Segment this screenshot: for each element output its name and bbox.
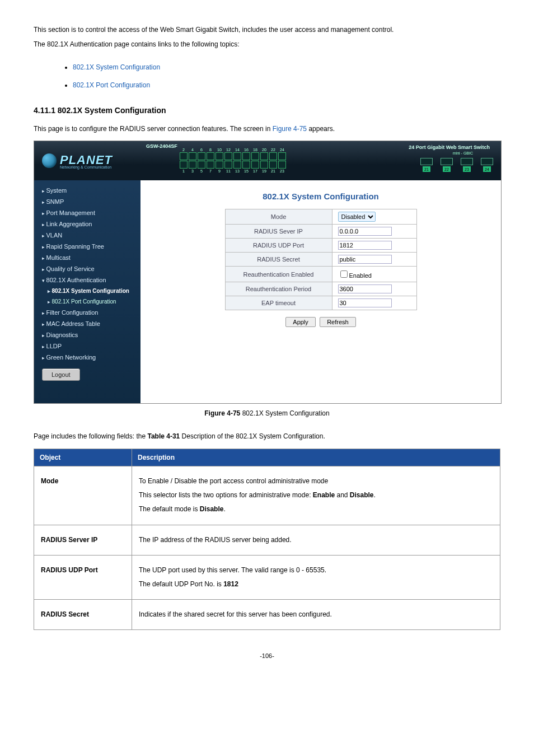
port-column: 1413 xyxy=(233,148,241,173)
port-num-bot: 5 xyxy=(200,169,203,173)
config-input[interactable] xyxy=(338,284,392,293)
desc-object-cell: Mode xyxy=(34,466,132,525)
sidebar-item[interactable]: Filter Configuration xyxy=(34,307,140,318)
table-intro-pre: Page includes the following fields: the xyxy=(34,432,147,440)
sidebar-item[interactable]: System xyxy=(34,185,140,196)
sidebar-subitem[interactable]: 802.1X Port Configuration xyxy=(34,296,140,307)
sidebar-item[interactable]: Rapid Spanning Tree xyxy=(34,241,140,252)
intro-line2: The 802.1X Authentication page contains … xyxy=(34,40,240,48)
port-num-bot: 17 xyxy=(253,169,257,173)
gbic-slot: 23 xyxy=(461,158,473,172)
config-row-value xyxy=(332,282,416,296)
config-row-value: Disabled xyxy=(332,209,416,225)
sidebar-subitem[interactable]: 802.1X System Configuration xyxy=(34,286,140,296)
apply-button[interactable]: Apply xyxy=(285,317,316,327)
port-column: 1211 xyxy=(224,148,232,173)
gbic-num: 23 xyxy=(463,166,471,172)
sidebar-item[interactable]: Green Networking xyxy=(34,352,140,363)
port-column: 21 xyxy=(180,148,188,173)
section-paragraph: This page is to configure the RADIUS ser… xyxy=(34,123,500,136)
device-title: 24 Port Gigabit Web Smart Switch xyxy=(409,144,490,150)
topic-bullets: 802.1X System Configuration802.1X Port C… xyxy=(50,63,500,89)
port-jack-icon xyxy=(278,161,286,169)
port-num-bot: 3 xyxy=(191,169,194,173)
port-jack-icon xyxy=(251,161,259,169)
sidebar-item[interactable]: MAC Address Table xyxy=(34,318,140,329)
globe-icon xyxy=(42,153,57,168)
port-column: 43 xyxy=(189,148,196,173)
port-jack-icon xyxy=(224,152,232,160)
gbic-panel: 21222324 xyxy=(420,158,493,172)
desc-object-cell: RADIUS Server IP xyxy=(34,525,132,555)
desc-object-cell: RADIUS UDP Port xyxy=(34,555,132,599)
port-num-top: 8 xyxy=(209,148,212,152)
desc-head-object: Object xyxy=(34,449,132,466)
port-jack-icon xyxy=(189,161,196,169)
port-column: 2221 xyxy=(269,148,277,173)
config-input[interactable] xyxy=(338,298,392,307)
intro-block: This section is to control the access of… xyxy=(34,22,500,52)
port-num-bot: 21 xyxy=(271,169,275,173)
port-column: 2019 xyxy=(260,148,268,173)
screenshot-body: SystemSNMPPort ManagementLink Aggregatio… xyxy=(34,180,501,403)
config-row-value xyxy=(332,239,416,253)
sidebar-item[interactable]: Multicast xyxy=(34,252,140,263)
port-column: 1817 xyxy=(251,148,259,173)
config-input[interactable] xyxy=(338,227,392,236)
config-screenshot: PLANET Networking & Communication GSW-24… xyxy=(34,141,502,404)
config-row-value: Enabled xyxy=(332,267,416,282)
port-column: 65 xyxy=(198,148,205,173)
main-content: 802.1X System Configuration ModeDisabled… xyxy=(140,180,501,403)
port-num-top: 22 xyxy=(271,148,275,152)
port-num-top: 24 xyxy=(280,148,284,152)
port-jack-icon xyxy=(207,152,214,160)
desc-description-cell: The UDP port used by this server. The va… xyxy=(132,555,500,599)
table-intro: Page includes the following fields: the … xyxy=(34,431,500,443)
port-jack-icon xyxy=(198,161,205,169)
figure-link[interactable]: Figure 4-75 xyxy=(273,125,307,133)
desc-head-description: Description xyxy=(132,449,500,466)
sidebar-item[interactable]: LLDP xyxy=(34,340,140,352)
port-num-top: 4 xyxy=(191,148,194,152)
port-num-top: 16 xyxy=(244,148,249,152)
topic-link[interactable]: 802.1X Port Configuration xyxy=(73,81,150,89)
refresh-button[interactable]: Refresh xyxy=(320,317,356,327)
port-num-top: 10 xyxy=(217,148,222,152)
sidebar-item[interactable]: Diagnostics xyxy=(34,329,140,340)
port-num-top: 2 xyxy=(182,148,185,152)
para-pre: This page is to configure the RADIUS ser… xyxy=(34,125,273,133)
port-num-bot: 13 xyxy=(235,169,240,173)
port-jack-icon xyxy=(242,152,250,160)
gbic-slot-icon xyxy=(481,158,493,165)
port-jack-icon xyxy=(233,152,241,160)
topic-bullet: 802.1X System Configuration xyxy=(73,63,500,71)
config-row-label: EAP timeout xyxy=(225,296,332,310)
port-num-top: 6 xyxy=(200,148,203,152)
config-input[interactable] xyxy=(338,255,392,264)
sidebar-item[interactable]: 802.1X Authentication xyxy=(34,274,140,286)
port-jack-icon xyxy=(260,152,268,160)
sidebar-item[interactable]: Link Aggregation xyxy=(34,218,140,230)
page-root: This section is to control the access of… xyxy=(0,0,534,670)
sidebar-item[interactable]: Port Management xyxy=(34,207,140,218)
config-input[interactable] xyxy=(338,241,392,250)
gbic-slot: 24 xyxy=(481,158,493,172)
port-jack-icon xyxy=(180,152,188,160)
port-jack-icon xyxy=(278,152,286,160)
topic-link[interactable]: 802.1X System Configuration xyxy=(73,63,160,71)
brand-logo: PLANET Networking & Communication xyxy=(34,153,113,169)
sidebar-item[interactable]: SNMP xyxy=(34,196,140,207)
port-column: 1615 xyxy=(242,148,250,173)
port-num-bot: 7 xyxy=(209,169,212,173)
nav-sidebar: SystemSNMPPort ManagementLink Aggregatio… xyxy=(34,180,140,403)
logout-button[interactable]: Logout xyxy=(42,368,80,381)
port-jack-icon xyxy=(260,161,268,169)
sidebar-item[interactable]: VLAN xyxy=(34,230,140,241)
reauth-checkbox[interactable] xyxy=(340,270,348,278)
port-jack-icon xyxy=(216,161,223,169)
description-table-wrap: Object Description ModeTo Enable / Disab… xyxy=(34,449,500,630)
mode-select[interactable]: Disabled xyxy=(338,212,376,222)
sidebar-item[interactable]: Quality of Service xyxy=(34,263,140,274)
main-title: 802.1X System Configuration xyxy=(152,192,490,201)
gbic-num: 21 xyxy=(423,166,430,172)
